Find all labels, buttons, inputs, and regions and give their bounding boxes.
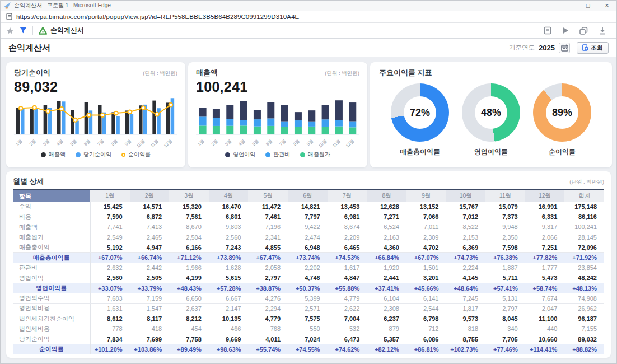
cell-value: 2,147 — [209, 304, 249, 314]
cell-value: 1,631 — [90, 304, 130, 314]
cell-value: 6,667 — [209, 293, 249, 304]
cell-value: 2,047 — [525, 304, 565, 314]
segment-영업이익 — [322, 105, 329, 119]
bimatrix-logo[interactable] — [39, 27, 47, 35]
cell-value: 7,461 — [248, 212, 288, 222]
cell-value: 7,741 — [90, 222, 130, 232]
cell-value: 7,590 — [90, 212, 130, 222]
url-text[interactable]: https://epa.bimatrix.com/portal/popupVie… — [16, 13, 299, 20]
site-info-icon[interactable] — [6, 13, 12, 20]
bar-매출액 — [57, 101, 61, 134]
search-button[interactable]: 조회 — [577, 42, 609, 54]
unit-label: (단위 : 백만원) — [569, 179, 604, 186]
svg-text:12월: 12월 — [345, 138, 355, 148]
legend-item: 영업이익 — [225, 151, 255, 158]
cell-value: 2,797 — [485, 304, 525, 314]
cell-value: 1,777 — [525, 263, 565, 273]
segment-판관비 — [199, 116, 207, 125]
run-icon[interactable] — [562, 27, 569, 34]
svg-text:10월: 10월 — [317, 138, 328, 148]
address-bar[interactable]: https://epa.bimatrix.com/portal/popupVie… — [1, 11, 616, 23]
cell-value: +73.89% — [209, 253, 249, 263]
cell-value: 2,309 — [406, 232, 446, 242]
row-label: 영업외비용 — [13, 304, 90, 314]
base-year-value[interactable]: 2025 — [539, 44, 555, 52]
cell-value: 4,011 — [248, 334, 288, 344]
row-label: 영업이익 — [13, 273, 90, 283]
cell-value: 5,131 — [485, 293, 525, 304]
ratio-line — [21, 105, 171, 120]
svg-text:2월: 2월 — [211, 138, 219, 147]
cell-value: 15,079 — [485, 202, 525, 212]
search-doc-icon — [582, 44, 588, 51]
cell-value: 2,441 — [367, 273, 406, 283]
cell-value: 2,571 — [288, 304, 328, 314]
legend-item: 매출액 — [41, 151, 66, 158]
segment-매출원가 — [308, 127, 315, 134]
cell-value: +33.07% — [90, 283, 130, 293]
maximize-button[interactable]: ▢ — [578, 1, 597, 11]
cell-value: 9,948 — [485, 222, 525, 232]
cell-value: +67.47% — [248, 253, 288, 263]
cell-value: +50.37% — [288, 283, 328, 293]
svg-text:2월: 2월 — [29, 138, 37, 147]
bar-매출액 — [16, 108, 20, 134]
svg-text:3월: 3월 — [42, 138, 50, 147]
bar-당기순이익 — [62, 101, 66, 134]
cell-value: 2,622 — [328, 304, 367, 314]
segment-영업이익 — [295, 112, 302, 120]
cell-value: 11,472 — [248, 202, 288, 212]
calendar-button[interactable] — [559, 43, 570, 53]
legend-item: 판관비 — [265, 151, 290, 158]
cell-value: 1,617 — [328, 263, 367, 273]
svg-text:6월: 6월 — [265, 138, 273, 147]
bar-당기순이익 — [75, 121, 79, 134]
legend-label: 매출액 — [49, 151, 66, 158]
star-icon[interactable] — [6, 27, 14, 35]
row-label: 법인세비용 — [13, 324, 90, 334]
cell-value: 1,887 — [485, 263, 525, 273]
cell-value: 1,501 — [406, 263, 446, 273]
cell-value: 879 — [367, 324, 406, 334]
download-icon[interactable] — [599, 27, 606, 35]
ratio-point — [46, 109, 50, 113]
cell-value: 2,153 — [446, 232, 485, 242]
row-label: 영업이익률 — [13, 283, 90, 293]
cell-value: 8,612 — [90, 314, 130, 324]
cell-value: 74,908 — [564, 293, 604, 304]
row-label: 비용 — [13, 212, 90, 222]
cell-value: 7,245 — [446, 293, 485, 304]
minimize-button[interactable]: ─ — [559, 1, 578, 11]
cell-value: 6,801 — [209, 212, 249, 222]
filter-icon[interactable] — [20, 27, 27, 34]
svg-text:4월: 4월 — [237, 138, 246, 147]
segment-판관비 — [267, 118, 274, 125]
svg-text:5월: 5월 — [69, 138, 78, 147]
cell-value: 440 — [525, 324, 565, 334]
cell-value: 7,012 — [446, 212, 485, 222]
base-year-label: 기준연도 — [509, 44, 535, 52]
cell-value: 7,066 — [406, 212, 446, 222]
cell-value: 6,104 — [367, 293, 406, 304]
net-income-total: 89,032 — [14, 79, 177, 95]
bar-매출액 — [111, 112, 115, 134]
copy-icon[interactable] — [579, 27, 588, 35]
cell-value: 7,373 — [485, 212, 525, 222]
cell-value: 15,767 — [446, 202, 485, 212]
note-icon[interactable] — [544, 26, 551, 35]
cell-value: +38.87% — [248, 283, 288, 293]
cell-value: +77.82% — [525, 253, 565, 263]
close-button[interactable]: ✕ — [597, 1, 616, 11]
cell-value: 13,453 — [328, 202, 367, 212]
row-label: 순이익률 — [13, 344, 90, 354]
segment-매출원가 — [349, 127, 356, 134]
segment-영업이익 — [199, 108, 207, 117]
cell-value: 7,561 — [169, 212, 209, 222]
bookmark-title[interactable]: 손익계산서 — [50, 26, 84, 35]
svg-text:3월: 3월 — [224, 138, 232, 147]
cell-value: 7,196 — [248, 222, 288, 232]
column-header: 4월 — [209, 190, 249, 202]
column-header: 5월 — [248, 190, 288, 202]
cell-value: 6,141 — [406, 293, 446, 304]
segment-판관비 — [322, 119, 329, 127]
